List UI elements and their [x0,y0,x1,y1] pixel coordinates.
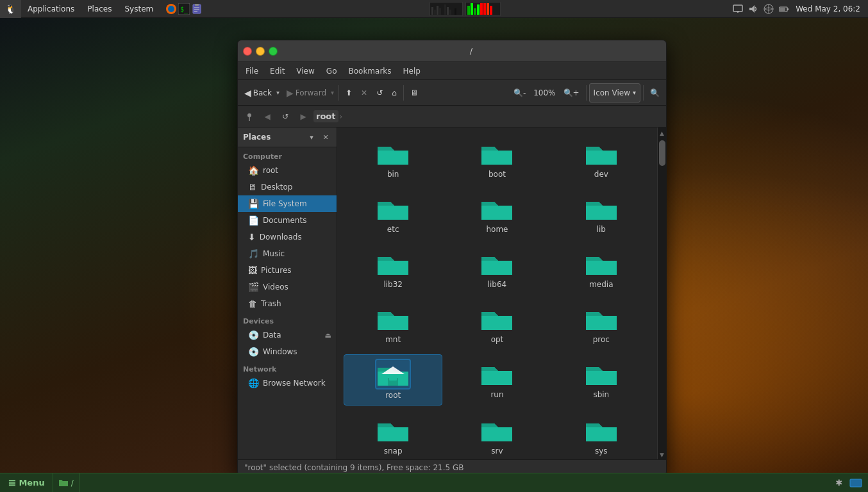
file-item[interactable]: root [344,354,442,406]
stop-button[interactable]: ✕ [357,83,371,102]
svg-rect-9 [733,5,742,12]
file-item[interactable]: mnt [344,299,442,349]
svg-rect-21 [389,374,397,381]
file-item[interactable]: opt [447,299,546,349]
sidebar-item-trash-label: Trash [261,299,281,308]
sidebar-item-windows[interactable]: 💿 Windows [238,343,337,360]
file-item[interactable]: sys [552,411,651,459]
network-icon[interactable] [762,3,775,15]
file-label: sys [595,447,608,455]
close-button[interactable] [243,47,252,56]
volume-icon[interactable] [747,3,760,15]
file-item[interactable]: snap [344,411,442,459]
clipboard-icon[interactable] [190,3,203,15]
file-item[interactable]: etc [344,189,442,239]
windows-drive-icon: 💿 [248,347,259,357]
sidebar-dropdown-button[interactable]: ▾ [306,131,317,143]
screen-icon[interactable] [731,3,744,15]
zoom-out-button[interactable]: 🔍- [510,83,530,102]
file-item[interactable]: srv [447,411,546,459]
loc-reload-button[interactable]: ↺ [278,109,293,124]
terminal-icon[interactable]: $_ [178,3,190,15]
sidebar-close-button[interactable]: ✕ [320,131,331,143]
bottom-folder-button[interactable]: / [53,473,79,493]
zoom-in-button[interactable]: 🔍+ [560,83,583,102]
breadcrumb-separator: › [340,112,343,121]
file-item[interactable]: bin [344,134,442,184]
maximize-button[interactable] [269,47,278,56]
sidebar-item-downloads[interactable]: ⬇ Downloads [238,229,337,245]
sidebar-item-videos[interactable]: 🎬 Videos [238,279,337,295]
folder-icon [585,359,618,388]
home-button[interactable]: ⌂ [388,83,401,102]
bottom-menu-button[interactable]: ≡ Menu [0,473,53,493]
system-clock: Wed May 2, 06:2 [793,4,863,13]
file-item[interactable]: lib32 [344,244,442,294]
sidebar-item-root-label: root [263,166,278,175]
view-menu[interactable]: View [291,65,319,78]
app-icon[interactable]: 🐧 [0,0,21,18]
sidebar-item-music[interactable]: 🎵 Music [238,245,337,262]
scroll-down-button[interactable]: ▼ [658,450,665,459]
loc-next-button[interactable]: ▶ [296,109,311,124]
scrollbar-thumb[interactable] [659,140,665,166]
pin-button[interactable] [242,109,257,124]
file-item[interactable]: home [447,189,546,239]
back-button[interactable]: ◀ Back [240,83,273,102]
sidebar-item-pictures[interactable]: 🖼 Pictures [238,262,337,279]
folder-icon [585,304,618,332]
file-item[interactable]: media [552,244,651,294]
computer-icon: 🖥 [410,88,418,97]
sidebar-item-desktop[interactable]: 🖥 Desktop [238,179,337,195]
forward-arrow-icon: ▶ [287,88,294,98]
help-menu[interactable]: Help [398,65,426,78]
file-label: boot [488,170,506,179]
system-menu[interactable]: System [118,0,160,18]
file-area: bin boot dev etc home lib lib32 lib64 me… [337,127,657,459]
sidebar-item-root[interactable]: 🏠 root [238,162,337,179]
scroll-up-button[interactable]: ▲ [658,129,665,138]
svg-rect-16 [787,8,789,10]
sidebar-section-network: Network [238,360,337,375]
documents-icon: 📄 [248,215,259,226]
up-button[interactable]: ⬆ [342,83,356,102]
sidebar-item-browse-network[interactable]: 🌐 Browse Network [238,375,337,391]
window-switcher[interactable] [849,476,863,490]
file-menu[interactable]: File [240,65,263,78]
applications-menu[interactable]: Applications [21,0,81,18]
file-item[interactable]: lib [552,189,651,239]
loc-prev-button[interactable]: ◀ [260,109,275,124]
bookmarks-menu[interactable]: Bookmarks [343,65,396,78]
sidebar-item-documents[interactable]: 📄 Documents [238,212,337,229]
power-icon[interactable] [778,3,790,15]
file-item[interactable]: run [447,354,546,406]
folder-icon [376,194,410,222]
sidebar-item-filesystem[interactable]: 💾 File System [238,195,337,212]
minimize-button[interactable] [256,47,265,56]
file-item[interactable]: sbin [552,354,651,406]
eject-icon[interactable]: ⏏ [325,331,331,340]
breadcrumb-root[interactable]: root [313,110,338,122]
sidebar: Places ▾ ✕ Computer 🏠 root 🖥 Desktop 💾 F… [238,127,337,459]
file-item[interactable]: lib64 [447,244,546,294]
forward-dropdown[interactable]: ▾ [329,83,336,102]
file-item[interactable]: proc [552,299,651,349]
file-manager-window: / File Edit View Go Bookmarks Help ◀ Bac… [237,40,667,475]
forward-button[interactable]: ▶ Forward [283,83,328,102]
edit-menu[interactable]: Edit [265,65,290,78]
computer-button[interactable]: 🖥 [406,83,422,102]
sidebar-item-data[interactable]: 💿 Data ⏏ [238,327,337,343]
forward-label: Forward [296,88,326,97]
back-dropdown[interactable]: ▾ [274,83,281,102]
view-mode-selector[interactable]: Icon View ▾ [589,83,640,102]
firefox-icon[interactable] [165,3,178,15]
file-item[interactable]: boot [447,134,546,184]
places-menu[interactable]: Places [81,0,118,18]
file-label: run [490,390,503,399]
sidebar-item-trash[interactable]: 🗑 Trash [238,295,337,312]
asterisk-icon[interactable]: ✱ [832,476,846,490]
go-menu[interactable]: Go [321,65,342,78]
file-item[interactable]: dev [552,134,651,184]
reload-button[interactable]: ↺ [372,83,387,102]
search-button[interactable]: 🔍 [646,83,664,102]
